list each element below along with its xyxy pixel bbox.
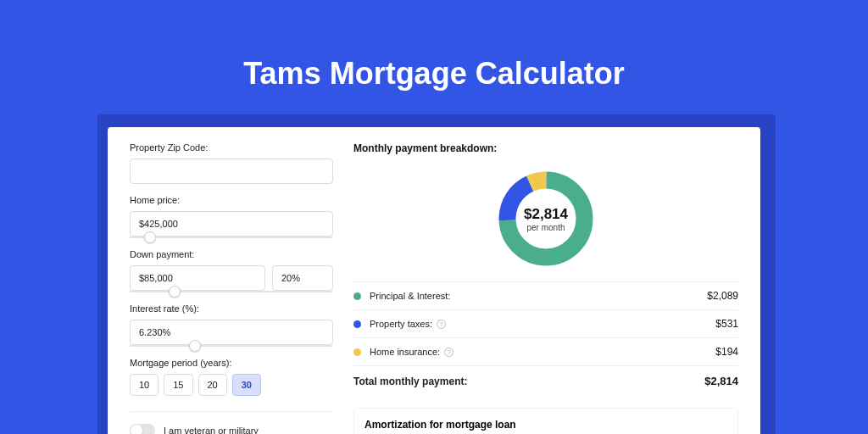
total-label: Total monthly payment: [353, 375, 704, 387]
donut-chart-wrap: $2,814 per month [353, 158, 738, 281]
veteran-toggle-label: I am veteran or military [164, 426, 259, 434]
down-payment-percent-input[interactable] [272, 265, 333, 291]
home-price-label: Home price: [130, 195, 333, 205]
info-icon[interactable]: ? [444, 348, 453, 357]
mortgage-period-group: Mortgage period (years): 10152030 [130, 358, 333, 396]
breakdown-row-label: Principal & Interest: [370, 291, 707, 301]
down-payment-amount-input[interactable] [130, 265, 265, 291]
zip-code-input[interactable] [130, 159, 333, 184]
home-price-input[interactable] [130, 211, 333, 236]
breakdown-row: Principal & Interest:$2,089 [353, 281, 738, 309]
legend-dot-icon [353, 320, 361, 328]
home-price-slider-thumb[interactable] [144, 231, 156, 243]
breakdown-title: Monthly payment breakdown: [353, 142, 738, 154]
donut-center: $2,814 per month [495, 168, 597, 270]
amortization-box: Amortization for mortgage loan Amortizat… [353, 408, 738, 434]
period-option-15[interactable]: 15 [164, 374, 192, 396]
interest-rate-slider-thumb[interactable] [189, 340, 201, 352]
donut-amount: $2,814 [524, 206, 568, 223]
form-column: Property Zip Code: Home price: Down paym… [130, 142, 333, 434]
breakdown-row-value: $531 [715, 318, 738, 330]
amortization-title: Amortization for mortgage loan [364, 419, 727, 431]
zip-code-group: Property Zip Code: [130, 142, 333, 184]
breakdown-row: Home insurance:?$194 [353, 337, 738, 365]
interest-rate-label: Interest rate (%): [130, 303, 333, 314]
zip-code-label: Property Zip Code: [130, 142, 333, 153]
down-payment-group: Down payment: [130, 249, 333, 292]
breakdown-row-value: $194 [715, 346, 738, 358]
down-payment-slider-thumb[interactable] [169, 286, 181, 298]
info-icon[interactable]: ? [437, 320, 446, 329]
breakdown-row-label: Property taxes:? [370, 319, 715, 329]
interest-rate-slider[interactable] [130, 345, 333, 347]
mortgage-period-options: 10152030 [130, 374, 333, 396]
interest-rate-input[interactable] [130, 320, 333, 345]
period-option-10[interactable]: 10 [130, 374, 159, 396]
legend-dot-icon [353, 348, 361, 356]
home-price-group: Home price: [130, 195, 333, 238]
down-payment-slider[interactable] [130, 291, 333, 292]
period-option-30[interactable]: 30 [232, 374, 261, 396]
total-value: $2,814 [704, 375, 738, 387]
down-payment-label: Down payment: [130, 249, 333, 259]
breakdown-row-value: $2,089 [707, 290, 738, 302]
interest-rate-group: Interest rate (%): [130, 303, 333, 347]
calculator-card: Property Zip Code: Home price: Down paym… [108, 127, 760, 434]
breakdown-row: Property taxes:?$531 [353, 309, 738, 337]
donut-chart: $2,814 per month [495, 168, 597, 270]
page-title: Tams Mortgage Calculator [0, 0, 868, 92]
veteran-toggle-row: I am veteran or military [130, 411, 333, 434]
veteran-toggle[interactable] [130, 424, 155, 434]
mortgage-period-label: Mortgage period (years): [130, 358, 333, 368]
donut-sublabel: per month [526, 223, 565, 232]
period-option-20[interactable]: 20 [198, 374, 227, 396]
total-row: Total monthly payment: $2,814 [353, 365, 738, 396]
home-price-slider[interactable] [130, 236, 333, 238]
legend-dot-icon [353, 292, 361, 300]
breakdown-row-label: Home insurance:? [370, 347, 715, 357]
veteran-toggle-knob [131, 425, 142, 434]
breakdown-column: Monthly payment breakdown: $2,814 per mo… [353, 142, 738, 434]
